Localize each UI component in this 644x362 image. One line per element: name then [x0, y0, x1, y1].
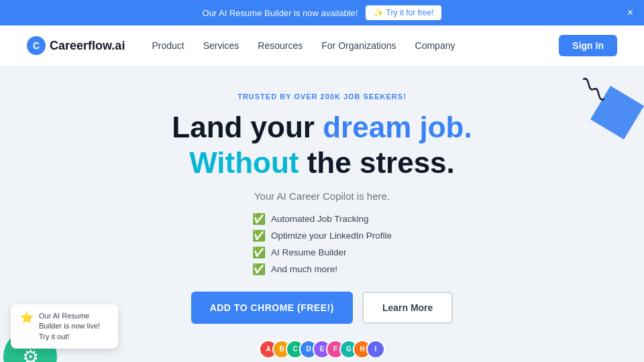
check-icon-3: ✅	[252, 246, 266, 259]
feature-3: ✅AI Resume Builder	[252, 246, 392, 259]
nav-resources[interactable]: Resources	[258, 40, 303, 51]
nav-company[interactable]: Company	[415, 40, 455, 51]
logo-icon: C	[27, 36, 46, 55]
trusted-prefix: TRUSTED BY OVER	[237, 93, 320, 101]
learn-more-button[interactable]: Learn More	[362, 292, 453, 324]
check-icon-2: ✅	[252, 229, 266, 242]
star-icon: ⭐	[20, 311, 34, 324]
check-icon-1: ✅	[252, 213, 266, 225]
cta-buttons: ADD TO CHROME (FREE!) Learn More	[191, 292, 453, 324]
nav-product[interactable]: Product	[152, 40, 184, 51]
notification-toast: ⭐ Our AI Resume Builder is now live! Try…	[11, 304, 118, 349]
user-avatars: A B C D E F G H I	[259, 340, 385, 359]
banner-cta-button[interactable]: ✨ Try it for free!	[366, 5, 441, 20]
logo-link[interactable]: C Careerflow.ai	[27, 36, 125, 55]
top-banner: Our AI Resume Builder is now available! …	[0, 0, 644, 25]
trusted-badge: TRUSTED BY OVER 200K JOB SEEKERS!	[237, 93, 407, 101]
nav-organizations[interactable]: For Organizations	[321, 40, 396, 51]
add-to-chrome-button[interactable]: ADD TO CHROME (FREE!)	[191, 292, 353, 324]
avatar-9: I	[366, 340, 385, 359]
nav-links: Product Services Resources For Organizat…	[152, 40, 559, 52]
deco-top-right	[570, 72, 644, 153]
hero-title: Land your dream job. Without the stress.	[172, 110, 472, 181]
signin-button[interactable]: Sign In	[559, 35, 617, 56]
feature-1: ✅Automated Job Tracking	[252, 213, 392, 225]
features-list: ✅Automated Job Tracking ✅Optimize your L…	[252, 213, 392, 276]
nav-services[interactable]: Services	[203, 40, 239, 51]
title-stress: the stress.	[299, 146, 454, 179]
banner-close-button[interactable]: ×	[627, 7, 633, 18]
trusted-suffix: JOB SEEKERS!	[341, 93, 407, 101]
banner-message: Our AI Resume Builder is now available!	[203, 8, 358, 18]
title-prefix: Land your	[172, 111, 323, 143]
title-line1: Land your dream job.	[172, 111, 472, 143]
navbar: C Careerflow.ai Product Services Resourc…	[0, 25, 644, 66]
feature-label-1: Automated Job Tracking	[271, 214, 369, 224]
toast-text: Our AI Resume Builder is now live! Try i…	[39, 311, 109, 342]
logo-text: Careerflow.ai	[50, 39, 125, 53]
svg-marker-0	[590, 86, 644, 139]
trusted-highlight: 200K	[321, 93, 341, 101]
title-without: Without	[189, 146, 299, 179]
hero-subtitle: Your AI Career Copilot is here.	[254, 190, 390, 202]
feature-2: ✅Optimize your LinkedIn Profile	[252, 229, 392, 242]
feature-4: ✅And much more!	[252, 263, 392, 276]
svg-text:⚙: ⚙	[22, 347, 39, 362]
feature-label-2: Optimize your LinkedIn Profile	[271, 231, 392, 241]
title-dream: dream job.	[323, 111, 472, 143]
check-icon-4: ✅	[252, 263, 266, 276]
title-line2: Without the stress.	[189, 146, 455, 179]
feature-label-4: And much more!	[271, 264, 337, 274]
feature-label-3: AI Resume Builder	[271, 247, 347, 257]
